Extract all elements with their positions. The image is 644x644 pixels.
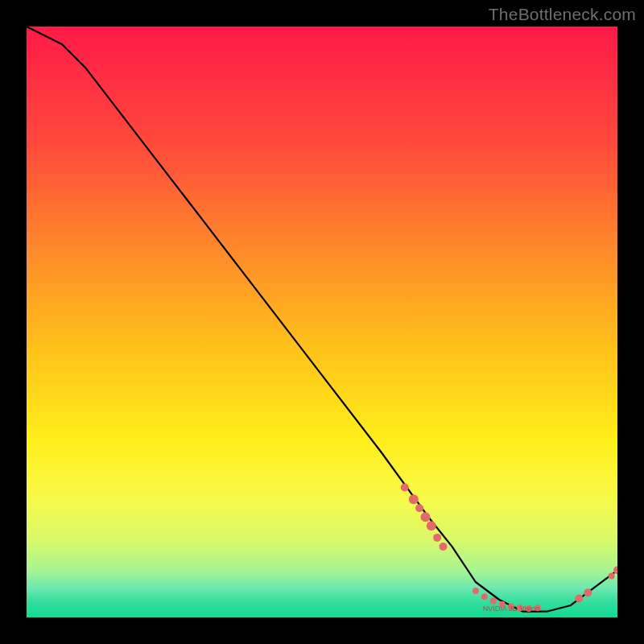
watermark-text: TheBottleneck.com xyxy=(489,5,636,24)
marker-point xyxy=(490,597,497,604)
marker-point xyxy=(609,573,615,580)
curve-layer xyxy=(27,27,617,612)
marker-point xyxy=(575,595,583,603)
marker-point xyxy=(439,543,447,551)
chart-svg: NVIDIA 3D Vision xyxy=(27,27,617,617)
marker-point xyxy=(433,534,441,542)
chart-frame: NVIDIA 3D Vision TheBottleneck.com xyxy=(0,0,644,644)
marker-point xyxy=(401,484,409,492)
bottleneck-curve xyxy=(27,27,617,612)
marker-point xyxy=(473,588,479,594)
marker-point xyxy=(415,504,423,512)
marker-point xyxy=(427,521,436,530)
marker-layer xyxy=(401,484,617,612)
marker-point xyxy=(481,593,488,600)
marker-point xyxy=(409,494,419,504)
plot-area: NVIDIA 3D Vision xyxy=(27,27,617,617)
dense-label: NVIDIA 3D Vision xyxy=(483,605,539,613)
marker-point xyxy=(420,512,430,522)
marker-point xyxy=(584,588,592,597)
